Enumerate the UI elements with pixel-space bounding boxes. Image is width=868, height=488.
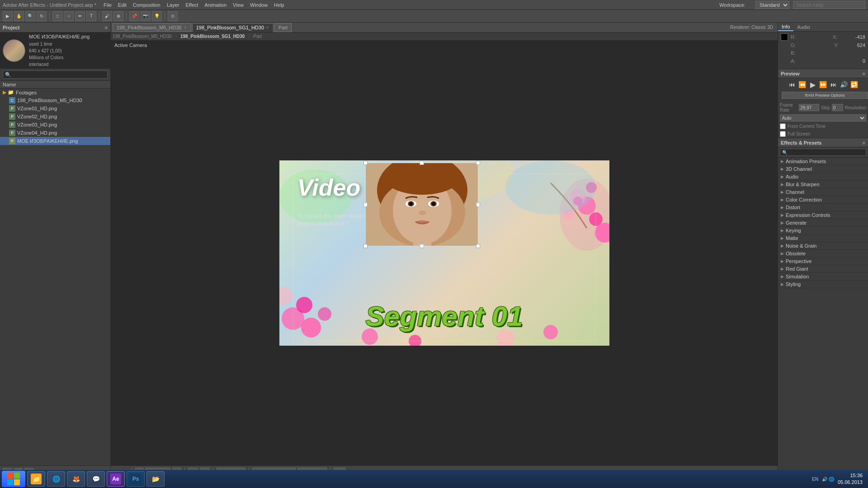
prev-last-btn[interactable]: ⏭: [829, 80, 838, 89]
start-button[interactable]: [2, 471, 25, 487]
effect-cat-noise[interactable]: ▶ Noise & Grain: [778, 242, 868, 250]
comp-tab-m5[interactable]: 198_PinkBlossom_M5_HD30 ✕: [113, 23, 191, 32]
skip-input[interactable]: [832, 104, 843, 111]
prev-fwd-btn[interactable]: ⏩: [819, 80, 828, 89]
comp-tab-m5-close[interactable]: ✕: [184, 25, 187, 30]
effect-cat-redgiant[interactable]: ▶ Red Giant: [778, 265, 868, 273]
menu-view[interactable]: View: [233, 2, 244, 8]
taskbar-folder2[interactable]: 📂: [146, 471, 165, 487]
workspace-select[interactable]: Standard: [755, 1, 789, 9]
effect-cat-channel[interactable]: ▶ Channel: [778, 188, 868, 196]
effects-menu[interactable]: ≡: [863, 140, 865, 145]
tab-info[interactable]: Info: [778, 23, 793, 31]
effect-cat-blur[interactable]: ▶ Blur & Sharpen: [778, 181, 868, 188]
effect-cat-generate[interactable]: ▶ Generate: [778, 219, 868, 227]
tool-hand[interactable]: ✋: [14, 11, 24, 21]
menu-effect[interactable]: Effect: [185, 2, 198, 8]
taskbar-firefox[interactable]: 🦊: [67, 471, 85, 487]
menu-edit[interactable]: Edit: [118, 2, 127, 8]
handle-tr[interactable]: [476, 161, 480, 165]
comp-tab-sg1-close[interactable]: ✕: [266, 25, 269, 30]
menu-composition[interactable]: Composition: [133, 2, 160, 8]
effect-cat-color[interactable]: ▶ Color Correction: [778, 196, 868, 204]
effect-cat-audio[interactable]: ▶ Audio: [778, 173, 868, 181]
tab-audio[interactable]: Audio: [793, 23, 813, 31]
tool-rotate[interactable]: ↻: [37, 11, 47, 21]
system-clock[interactable]: 15:36 05.06.2013: [838, 472, 863, 486]
list-item-selected[interactable]: P МОЕ ИЗОБРАЖЕНИЕ.png: [0, 137, 110, 145]
tool-rect[interactable]: □: [52, 11, 62, 21]
tool-anchor[interactable]: ⊙: [168, 11, 178, 21]
handle-tl[interactable]: [363, 161, 368, 165]
handle-ml[interactable]: [363, 202, 368, 206]
prev-loop-btn[interactable]: 🔁: [850, 80, 859, 89]
menu-animation[interactable]: Animation: [204, 2, 226, 8]
viewer-area[interactable]: Active Camera: [111, 41, 778, 465]
list-item[interactable]: P VZone04_HD.png: [0, 129, 110, 137]
handle-bc[interactable]: [420, 244, 424, 248]
tool-brush[interactable]: 🖌: [102, 11, 112, 21]
effect-cat-obsolete[interactable]: ▶ Obsolete: [778, 250, 868, 258]
handle-mr[interactable]: [476, 202, 480, 206]
frame-rate-input[interactable]: [799, 104, 819, 111]
handle-bl[interactable]: [363, 244, 368, 248]
list-item[interactable]: P VZone02_HD.png: [0, 113, 110, 121]
prev-audio-btn[interactable]: 🔊: [840, 80, 849, 89]
ram-preview-btn[interactable]: RAM Preview Options: [782, 92, 868, 99]
tool-clone[interactable]: ⊕: [113, 11, 123, 21]
effect-cat-expression[interactable]: ▶ Expression Controls: [778, 211, 868, 219]
svg-rect-33: [7, 473, 13, 479]
project-search-input[interactable]: [3, 70, 108, 79]
menu-help[interactable]: Help: [274, 2, 284, 8]
handle-tc[interactable]: [420, 161, 424, 165]
comp-tab-sg1[interactable]: 198_PinkBlossom_SG1_HD30 ✕: [192, 23, 274, 32]
arrow-channel: ▶: [781, 190, 784, 194]
tool-camera[interactable]: 📷: [141, 11, 151, 21]
tool-zoom[interactable]: 🔍: [25, 11, 35, 21]
tool-light[interactable]: 💡: [152, 11, 162, 21]
menu-window[interactable]: Window: [250, 2, 268, 8]
effect-cat-perspective[interactable]: ▶ Perspective: [778, 258, 868, 265]
handle-br[interactable]: [476, 244, 480, 248]
effect-cat-keying[interactable]: ▶ Keying: [778, 227, 868, 235]
tool-ellipse[interactable]: ○: [64, 11, 74, 21]
effect-cat-distort[interactable]: ▶ Distort: [778, 204, 868, 211]
effect-cat-styling[interactable]: ▶ Styling: [778, 281, 868, 288]
resolution-select[interactable]: AutoFullHalf: [780, 114, 866, 122]
menu-layer[interactable]: Layer: [167, 2, 179, 8]
prev-first-btn[interactable]: ⏮: [788, 80, 797, 89]
effect-cat-animation[interactable]: ▶ Animation Presets: [778, 158, 868, 165]
tool-text[interactable]: T: [86, 11, 96, 21]
tool-pen[interactable]: ✒: [75, 11, 85, 21]
taskbar-photoshop[interactable]: Ps: [127, 471, 145, 487]
menu-file[interactable]: File: [104, 2, 112, 8]
prev-back-btn[interactable]: ⏪: [798, 80, 807, 89]
full-screen-check[interactable]: [780, 131, 786, 137]
taskbar-aftereffects[interactable]: Ae: [107, 471, 125, 487]
tool-pin[interactable]: 📌: [129, 11, 139, 21]
effects-search-input[interactable]: [780, 149, 866, 156]
taskbar-messenger[interactable]: 💬: [87, 471, 105, 487]
list-item[interactable]: P VZone03_HD.png: [0, 121, 110, 129]
prev-play-btn[interactable]: ▶: [808, 80, 817, 89]
list-item[interactable]: C 198_PinkBlossom_M5_HD30: [0, 96, 110, 104]
search-help-input[interactable]: [793, 1, 865, 9]
effect-cat-3dchannel[interactable]: ▶ 3D Channel: [778, 165, 868, 173]
sub-tab-part[interactable]: Part: [254, 34, 262, 39]
tool-select[interactable]: ▶: [3, 11, 13, 21]
overlay-image-container[interactable]: [365, 163, 478, 246]
preview-menu[interactable]: ≡: [863, 71, 865, 76]
project-folder-footages[interactable]: ▶ 📁 Footages: [0, 89, 110, 96]
sub-tab-m5[interactable]: 198_PinkBlossom_M5_HD30: [113, 34, 172, 39]
list-item[interactable]: P VZone01_HD.png: [0, 104, 110, 113]
from-current-check[interactable]: [780, 123, 786, 129]
effect-cat-matte[interactable]: ▶ Matte: [778, 235, 868, 242]
comp-tab-part[interactable]: Part: [274, 23, 292, 32]
project-search-bar: [0, 69, 110, 81]
color-swatch[interactable]: [781, 33, 788, 41]
taskbar-chrome[interactable]: 🌐: [47, 471, 65, 487]
project-panel-close[interactable]: ≡: [105, 25, 108, 30]
effect-cat-simulation[interactable]: ▶ Simulation: [778, 273, 868, 281]
taskbar-explorer[interactable]: 📁: [27, 471, 45, 487]
sub-tab-sg1[interactable]: 198_PinkBlossom_SG1_HD30: [180, 34, 245, 39]
